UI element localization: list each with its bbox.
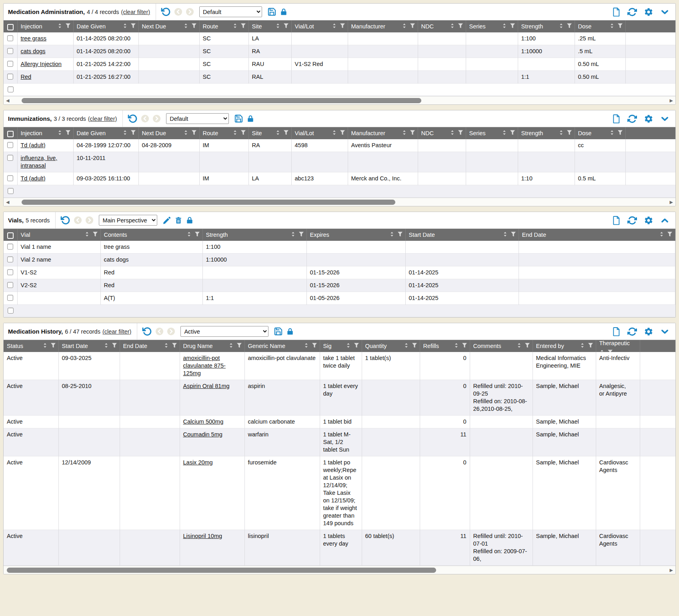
sort-button[interactable] (559, 23, 564, 30)
column-header-vial-lot[interactable]: Vial/Lot (291, 127, 348, 139)
sort-button[interactable] (517, 342, 522, 350)
row-checkbox[interactable] (8, 308, 14, 314)
refresh-button[interactable] (627, 216, 637, 225)
sort-button[interactable] (332, 23, 337, 30)
refresh-button[interactable] (627, 114, 637, 124)
perspective-select[interactable]: Main Perspective (99, 215, 157, 226)
column-header-generic-name[interactable]: Generic Name (244, 340, 320, 352)
filter-button[interactable] (240, 23, 246, 30)
injection-link[interactable]: Td (adult) (21, 142, 46, 148)
column-header-route[interactable]: Route (199, 20, 248, 32)
column-header-refills[interactable]: Refills (420, 340, 470, 352)
row-checkbox[interactable] (7, 269, 13, 275)
delete-perspective-button[interactable] (174, 216, 182, 225)
injection-link[interactable]: cats dogs (21, 48, 46, 54)
table-row[interactable]: cats dogs01-14-2025 08:20:00SCRA1:10000.… (4, 45, 675, 58)
row-checkbox[interactable] (7, 35, 13, 41)
perspective-select[interactable]: Default (166, 113, 229, 124)
select-all-checkbox[interactable] (7, 131, 14, 137)
scroll-right-arrow[interactable]: ▶ (669, 568, 674, 572)
save-perspective-button[interactable] (234, 114, 243, 123)
column-header-ndc[interactable]: NDC (418, 20, 466, 32)
sort-button[interactable] (104, 342, 109, 350)
sort-button[interactable] (502, 23, 507, 30)
column-header-end-date[interactable]: End Date (519, 229, 675, 241)
next-page-button[interactable] (186, 8, 194, 16)
scrollbar-thumb[interactable] (22, 200, 395, 205)
filter-button[interactable] (283, 130, 289, 137)
filter-button[interactable] (191, 23, 197, 30)
scroll-left-arrow[interactable]: ◀ (5, 200, 10, 204)
filter-button[interactable] (65, 130, 71, 137)
lock-perspective-button[interactable] (186, 216, 194, 225)
filter-button[interactable] (511, 231, 516, 238)
injection-link[interactable]: Td (adult) (21, 175, 46, 182)
sort-button[interactable] (659, 231, 664, 238)
undo-button[interactable] (142, 326, 152, 336)
filter-button[interactable] (412, 342, 417, 350)
sort-button[interactable] (183, 130, 188, 137)
sort-button[interactable] (42, 342, 48, 350)
filter-button[interactable] (510, 23, 515, 30)
column-header-dose[interactable]: Dose (575, 20, 625, 32)
row-checkbox[interactable] (7, 155, 13, 161)
scrollbar-thumb[interactable] (7, 568, 436, 573)
settings-button[interactable] (644, 7, 653, 17)
injection-link[interactable]: tree grass (21, 35, 46, 42)
filter-button[interactable] (458, 130, 463, 137)
injection-link[interactable]: Red (21, 74, 32, 80)
drug-name-link[interactable]: Aspirin Oral 81mg (183, 383, 230, 389)
sort-button[interactable] (402, 130, 407, 137)
column-header-contents[interactable]: Contents (100, 229, 202, 241)
filter-button[interactable] (462, 342, 467, 350)
column-header-strength[interactable]: Strength (518, 20, 575, 32)
new-record-button[interactable] (612, 327, 621, 336)
table-row[interactable]: A(T)1:101-05-202601-14-2025 (4, 292, 675, 305)
filter-button[interactable] (112, 342, 117, 350)
sort-button[interactable] (389, 231, 395, 238)
table-row[interactable]: Active12/14/2009Lasix 20mgfurosemide1 ta… (4, 456, 675, 530)
sort-button[interactable] (502, 130, 507, 137)
perspective-select[interactable]: Active (180, 326, 268, 337)
table-row[interactable]: ActiveLisinopril 10mglisinopril1 tablets… (4, 530, 675, 566)
sort-button[interactable] (402, 23, 407, 30)
sort-button[interactable] (122, 130, 128, 137)
injection-link[interactable]: Allergy Injection (21, 61, 62, 67)
filter-button[interactable] (567, 130, 572, 137)
next-page-button[interactable] (85, 216, 94, 224)
column-header-strength[interactable]: Strength (202, 229, 306, 241)
settings-button[interactable] (644, 114, 653, 124)
collapse-button[interactable] (660, 328, 669, 336)
scrollbar-track[interactable] (7, 568, 667, 573)
sort-button[interactable] (183, 23, 188, 30)
column-header-site[interactable]: Site (248, 20, 291, 32)
lock-perspective-button[interactable] (286, 327, 294, 336)
scroll-left-arrow[interactable]: ◀ (5, 98, 10, 103)
sort-button[interactable] (164, 342, 169, 350)
column-header-injection[interactable]: Injection (17, 127, 73, 139)
row-checkbox[interactable] (7, 175, 13, 181)
sort-button[interactable] (228, 342, 234, 350)
refresh-button[interactable] (627, 7, 637, 17)
column-header-injection[interactable]: Injection (17, 20, 73, 32)
row-checkbox[interactable] (7, 142, 13, 148)
column-header-expires[interactable]: Expires (306, 229, 405, 241)
table-row[interactable]: Allergy Injection01-21-2025 14:22:00SCRA… (4, 58, 675, 71)
scrollbar-thumb[interactable] (22, 98, 421, 103)
scrollbar-track[interactable] (12, 200, 667, 205)
filter-button[interactable] (617, 23, 623, 30)
table-row[interactable]: Td (adult)09-03-2025 16:11:00IMLAabc123M… (4, 172, 675, 185)
sort-button[interactable] (450, 23, 455, 30)
perspective-select[interactable]: Default (199, 6, 262, 17)
column-header-comments[interactable]: Comments (470, 340, 533, 352)
row-checkbox[interactable] (8, 86, 14, 92)
sort-button[interactable] (503, 231, 508, 238)
column-header-vial-lot[interactable]: Vial/Lot (291, 20, 348, 32)
row-checkbox[interactable] (7, 48, 13, 54)
sort-button[interactable] (559, 130, 564, 137)
drug-name-link[interactable]: Coumadin 5mg (183, 431, 222, 438)
column-header-sig[interactable]: Sig (320, 340, 362, 352)
scroll-right-arrow[interactable]: ▶ (669, 200, 674, 204)
table-row[interactable]: Vial 2 namecats dogs1:10000 (4, 254, 675, 266)
sort-button[interactable] (304, 342, 309, 350)
